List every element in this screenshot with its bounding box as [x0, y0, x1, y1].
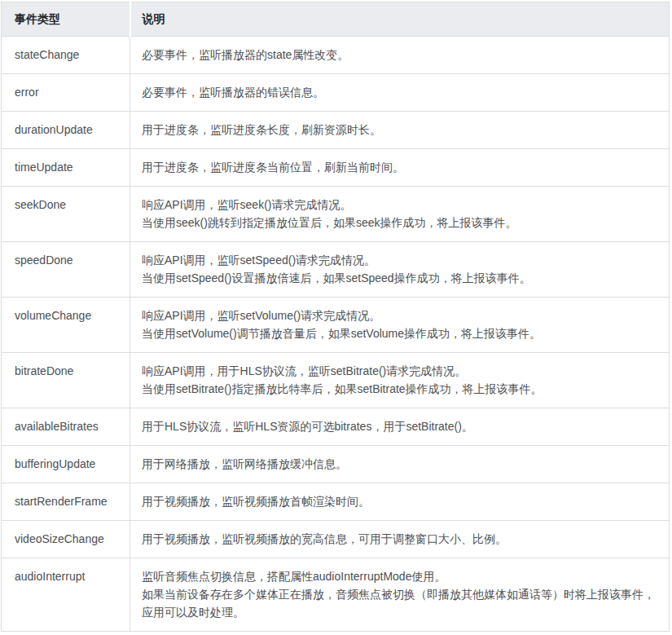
description-cell: 响应API调用，用于HLS协议流，监听setBitrate()请求完成情况。 当…	[130, 353, 670, 408]
events-table: 事件类型 说明 stateChange 必要事件，监听播放器的state属性改变…	[1, 2, 670, 632]
event-type-cell: timeUpdate	[2, 149, 130, 187]
description-cell: 响应API调用，监听seek()请求完成情况。 当使用seek()跳转到指定播放…	[130, 187, 670, 242]
description-cell: 响应API调用，监听setVolume()请求完成情况。 当使用setVolum…	[130, 298, 670, 353]
events-doc-page: 事件类型 说明 stateChange 必要事件，监听播放器的state属性改变…	[0, 0, 672, 635]
event-type-cell: seekDone	[2, 187, 130, 242]
table-row: bitrateDone 响应API调用，用于HLS协议流，监听setBitrat…	[2, 353, 670, 408]
table-row: seekDone 响应API调用，监听seek()请求完成情况。 当使用seek…	[2, 187, 670, 242]
table-row: durationUpdate 用于进度条，监听进度条长度，刷新资源时长。	[2, 112, 670, 149]
event-type-cell: audioInterrupt	[2, 558, 130, 632]
table-row: volumeChange 响应API调用，监听setVolume()请求完成情况…	[2, 298, 670, 353]
description-cell: 用于网络播放，监听网络播放缓冲信息。	[130, 446, 670, 483]
description-cell: 监听音频焦点切换信息，搭配属性audioInterruptMode使用。 如果当…	[130, 558, 670, 632]
description-cell: 用于进度条，监听进度条当前位置，刷新当前时间。	[130, 149, 670, 187]
description-cell: 用于HLS协议流，监听HLS资源的可选bitrates，用于setBitrate…	[130, 408, 670, 446]
event-type-cell: bufferingUpdate	[2, 446, 130, 483]
table-row: videoSizeChange 用于视频播放，监听视频播放的宽高信息，可用于调整…	[2, 521, 670, 558]
event-type-cell: videoSizeChange	[2, 521, 130, 558]
table-body: stateChange 必要事件，监听播放器的state属性改变。 error …	[2, 37, 670, 632]
description-cell: 响应API调用，监听setSpeed()请求完成情况。 当使用setSpeed(…	[130, 242, 670, 298]
column-header-event-type: 事件类型	[2, 2, 130, 37]
description-cell: 用于视频播放，监听视频播放的宽高信息，可用于调整窗口大小、比例。	[130, 521, 670, 558]
table-row: timeUpdate 用于进度条，监听进度条当前位置，刷新当前时间。	[2, 149, 670, 187]
table-row: bufferingUpdate 用于网络播放，监听网络播放缓冲信息。	[2, 446, 670, 483]
description-cell: 用于进度条，监听进度条长度，刷新资源时长。	[130, 112, 670, 149]
event-type-cell: bitrateDone	[2, 353, 130, 408]
column-header-description: 说明	[130, 2, 670, 37]
event-type-cell: startRenderFrame	[2, 483, 130, 521]
table-row: speedDone 响应API调用，监听setSpeed()请求完成情况。 当使…	[2, 242, 670, 298]
event-type-cell: availableBitrates	[2, 408, 130, 446]
table-row: startRenderFrame 用于视频播放，监听视频播放首帧渲染时间。	[2, 483, 670, 521]
event-type-cell: speedDone	[2, 242, 130, 298]
description-cell: 必要事件，监听播放器的state属性改变。	[130, 37, 670, 74]
event-type-cell: stateChange	[2, 37, 130, 74]
description-cell: 用于视频播放，监听视频播放首帧渲染时间。	[130, 483, 670, 521]
event-type-cell: durationUpdate	[2, 112, 130, 149]
table-row: error 必要事件，监听播放器的错误信息。	[2, 74, 670, 112]
description-cell: 必要事件，监听播放器的错误信息。	[130, 74, 670, 112]
header-row: 事件类型 说明	[2, 2, 670, 37]
event-type-cell: volumeChange	[2, 298, 130, 353]
table-row: stateChange 必要事件，监听播放器的state属性改变。	[2, 37, 670, 74]
event-type-cell: error	[2, 74, 130, 112]
table-row: audioInterrupt 监听音频焦点切换信息，搭配属性audioInter…	[2, 558, 670, 632]
table-row: availableBitrates 用于HLS协议流，监听HLS资源的可选bit…	[2, 408, 670, 446]
